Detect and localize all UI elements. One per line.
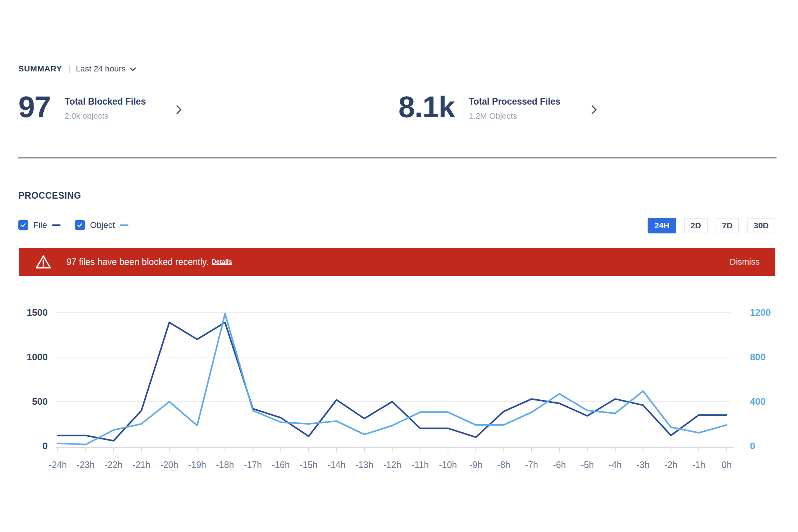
processing-line-chart: -24h-23h-22h-21h-20h-19h-18h-17h-16h-15h… <box>0 297 798 484</box>
x-tick-label: -21h <box>132 460 150 470</box>
processed-files-chevron-right-icon[interactable] <box>591 105 597 116</box>
blocked-files-value: 97 <box>18 93 51 121</box>
x-tick-label: -5h <box>581 460 594 470</box>
processed-files-value: 8.1k <box>398 93 455 121</box>
left-axis-label: 500 <box>32 396 48 407</box>
alert-message: 97 files have been blocked recently. <box>66 257 209 267</box>
x-tick-label: -9h <box>470 460 482 470</box>
chevron-down-icon <box>129 67 136 71</box>
right-axis-label: 800 <box>750 352 766 362</box>
processed-files-metric: 8.1k Total Processed Files 1.2M Objects <box>398 93 561 121</box>
check-icon <box>77 222 83 228</box>
file-series-dash <box>52 224 61 226</box>
chart-line-file <box>58 322 727 441</box>
x-tick-label: -16h <box>272 460 290 470</box>
left-axis-label: 1500 <box>27 307 48 318</box>
time-range-label: Last 24 hours <box>76 64 125 73</box>
x-tick-label: -20h <box>160 460 178 470</box>
range-button-24h[interactable]: 24H <box>648 218 676 233</box>
x-tick-label: -10h <box>439 460 457 470</box>
right-axis-label: 400 <box>750 396 766 407</box>
section-title: SUMMARY <box>18 64 62 73</box>
x-tick-label: -6h <box>553 460 566 470</box>
x-tick-label: -19h <box>188 460 206 470</box>
x-tick-label: 0h <box>722 460 732 470</box>
chart-line-object <box>58 314 727 445</box>
time-range-buttons: 24H 2D 7D 30D <box>648 218 775 233</box>
x-tick-label: -4h <box>609 460 621 470</box>
x-tick-label: -1h <box>692 460 705 470</box>
range-button-30d[interactable]: 30D <box>747 218 775 233</box>
x-tick-label: -14h <box>327 460 345 470</box>
section-divider <box>18 157 777 158</box>
right-axis-label: 0 <box>750 441 755 451</box>
x-tick-label: -22h <box>105 460 123 470</box>
blocked-files-chevron-right-icon[interactable] <box>176 105 182 116</box>
blocked-files-sublabel: 2.0k objects <box>65 111 146 121</box>
blocked-files-metric: 97 Total Blocked Files 2.0k objects <box>18 93 146 121</box>
legend-group-object: Object <box>75 220 129 230</box>
x-tick-label: -24h <box>49 460 67 470</box>
series-legend: File Object <box>18 220 143 230</box>
right-axis-label: 1200 <box>750 307 771 318</box>
left-axis-label: 0 <box>43 441 48 451</box>
range-button-7d[interactable]: 7D <box>716 218 739 233</box>
range-button-2d[interactable]: 2D <box>684 218 708 233</box>
time-range-dropdown[interactable]: Last 24 hours <box>76 64 136 73</box>
object-legend-label: Object <box>90 220 115 230</box>
file-legend-label: File <box>33 220 47 230</box>
warning-icon <box>35 254 52 269</box>
x-tick-label: -15h <box>300 460 318 470</box>
x-tick-label: -17h <box>244 460 262 470</box>
x-tick-label: -13h <box>355 460 373 470</box>
x-tick-label: -23h <box>77 460 95 470</box>
check-icon <box>20 222 26 228</box>
x-tick-label: -12h <box>383 460 401 470</box>
file-checkbox[interactable] <box>18 220 28 230</box>
x-tick-label: -7h <box>525 460 538 470</box>
alert-dismiss-button[interactable]: Dismiss <box>730 257 760 267</box>
left-axis-label: 1000 <box>27 352 48 362</box>
processed-files-label: Total Processed Files <box>469 96 561 107</box>
alert-details-link[interactable]: Details <box>212 258 232 265</box>
blocked-files-alert-banner: 97 files have been blocked recently. Det… <box>19 248 775 276</box>
object-checkbox[interactable] <box>75 220 85 230</box>
processed-files-sublabel: 1.2M Objects <box>469 111 561 121</box>
x-tick-label: -2h <box>664 460 677 470</box>
processing-title: PROCCESING <box>18 190 81 201</box>
x-tick-label: -3h <box>637 460 650 470</box>
title-separator: | <box>68 64 70 73</box>
x-tick-label: -18h <box>216 460 234 470</box>
summary-header: SUMMARY | Last 24 hours <box>18 64 136 73</box>
x-tick-label: -8h <box>497 460 510 470</box>
x-tick-label: -11h <box>411 460 428 470</box>
blocked-files-label: Total Blocked Files <box>65 96 146 107</box>
legend-group-file: File <box>18 220 61 230</box>
object-series-dash <box>120 224 129 226</box>
